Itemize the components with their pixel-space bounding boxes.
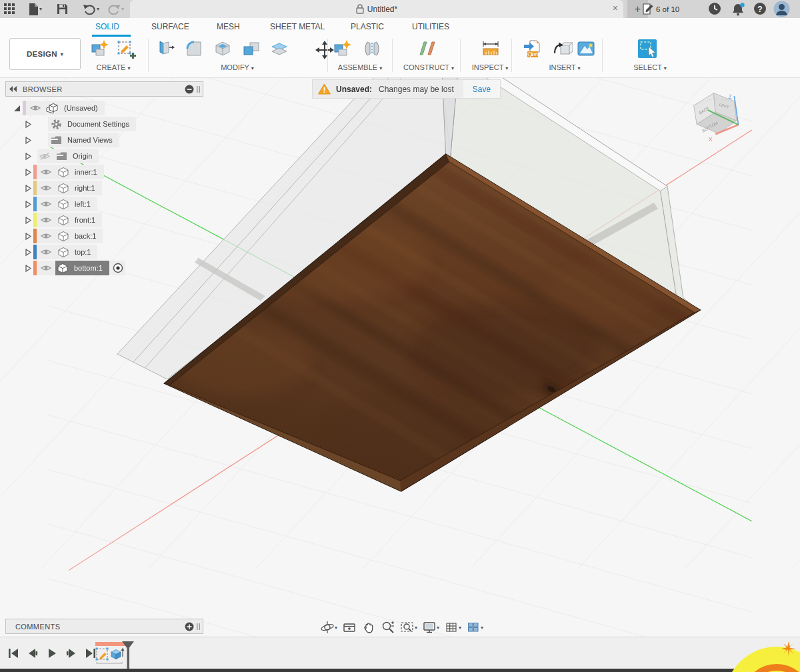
undo-icon[interactable]: ▾	[79, 0, 103, 18]
panel-grip-icon[interactable]	[197, 85, 201, 94]
comments-header[interactable]: COMMENTS	[5, 619, 203, 634]
timeline-extrude-feature[interactable]	[111, 648, 125, 659]
visibility-eye-icon[interactable]	[30, 104, 41, 112]
undo-caret[interactable]: ▾	[97, 6, 99, 12]
shell-icon[interactable]	[213, 39, 233, 59]
visibility-eye-icon[interactable]	[41, 232, 51, 240]
display-settings-tool[interactable]: ▾	[422, 620, 439, 635]
assemble-new-component-icon[interactable]	[332, 39, 352, 59]
panel-grip-icon[interactable]	[197, 622, 201, 631]
tree-row-bottom-selected[interactable]: bottom:1	[5, 260, 203, 276]
viewports-caret[interactable]: ▾	[481, 625, 483, 631]
file-menu-caret[interactable]: ▾	[39, 6, 42, 12]
group-select[interactable]: SELECT ▾	[633, 63, 667, 71]
expand-caret-icon[interactable]	[25, 249, 33, 256]
grid-layout-caret[interactable]: ▾	[459, 625, 461, 631]
new-component-icon[interactable]	[89, 39, 109, 59]
tab-plastic[interactable]: PLASTIC	[351, 18, 384, 35]
tree-row-top[interactable]: top:1	[5, 244, 203, 260]
expand-caret-icon[interactable]	[25, 169, 33, 176]
orbit-tool[interactable]: ▾	[320, 620, 337, 635]
visibility-eye-icon[interactable]	[41, 200, 51, 208]
notifications-bell-icon[interactable]	[731, 2, 745, 19]
expand-caret-icon[interactable]	[25, 265, 33, 272]
fit-tool[interactable]: ▾	[400, 620, 417, 635]
measure-icon[interactable]	[481, 39, 501, 59]
redo-icon[interactable]: ▾	[103, 0, 128, 18]
create-sketch-icon[interactable]	[116, 39, 136, 59]
step-back-icon[interactable]	[26, 647, 39, 660]
tree-row-back[interactable]: back:1	[5, 228, 203, 244]
expand-caret-icon[interactable]	[25, 153, 33, 160]
avatar[interactable]	[773, 1, 790, 20]
visibility-eye-icon[interactable]	[41, 264, 51, 272]
fillet-icon[interactable]	[184, 39, 204, 59]
timeline-track[interactable]	[0, 669, 800, 672]
group-inspect[interactable]: INSPECT ▾	[472, 63, 509, 71]
collapse-panel-icon[interactable]	[9, 86, 17, 92]
visibility-eye-icon[interactable]	[41, 168, 51, 176]
select-icon[interactable]	[637, 39, 657, 59]
visibility-eye-icon[interactable]	[41, 184, 51, 192]
tab-solid[interactable]: SOLID	[95, 18, 119, 35]
zoom-tool[interactable]	[381, 620, 395, 635]
go-to-start-icon[interactable]	[7, 647, 20, 660]
tab-utilities[interactable]: UTILITIES	[412, 18, 449, 35]
workspace-switcher[interactable]: DESIGN ▾	[9, 38, 81, 70]
expand-caret-icon[interactable]	[25, 201, 33, 208]
group-assemble[interactable]: ASSEMBLE ▾	[338, 63, 382, 71]
orbit-caret[interactable]: ▾	[335, 625, 337, 631]
view-cube[interactable]: BACK LEFT BOTTOM Z X	[694, 93, 739, 143]
fit-caret[interactable]: ▾	[415, 625, 417, 631]
group-construct[interactable]: CONSTRUCT ▾	[403, 63, 454, 71]
tree-row-inner[interactable]: inner:1	[5, 164, 203, 180]
insert-svg-icon[interactable]: SVG	[523, 39, 543, 59]
expand-caret-icon[interactable]	[25, 217, 33, 224]
grid-layout-tool[interactable]: ▾	[444, 620, 461, 635]
tree-row-origin[interactable]: Origin	[5, 148, 203, 164]
tree-row-front[interactable]: front:1	[5, 212, 203, 228]
group-modify[interactable]: MODIFY ▾	[221, 63, 254, 71]
pan-tool[interactable]	[361, 620, 376, 635]
document-tab[interactable]: Untitled* ×	[130, 0, 623, 18]
visibility-eye-icon[interactable]	[41, 248, 51, 256]
close-tab-icon[interactable]: ×	[613, 3, 618, 13]
visibility-eye-icon[interactable]	[41, 216, 51, 224]
tab-surface[interactable]: SURFACE	[151, 18, 189, 35]
expand-caret-icon[interactable]	[25, 121, 33, 128]
visibility-off-eye-icon[interactable]	[39, 152, 50, 161]
tree-row-named-views[interactable]: Named Views	[5, 132, 203, 148]
canvas-icon[interactable]	[576, 39, 596, 59]
add-comment-icon[interactable]	[185, 622, 194, 631]
job-status[interactable]: 6 of 10	[642, 0, 679, 18]
step-forward-icon[interactable]	[65, 647, 78, 660]
expand-caret-icon[interactable]	[25, 233, 33, 240]
viewports-tool[interactable]: ▾	[466, 620, 483, 635]
combine-icon[interactable]	[241, 39, 261, 59]
save-icon[interactable]	[53, 0, 72, 18]
play-icon[interactable]	[45, 647, 59, 660]
app-grid-icon[interactable]	[0, 0, 19, 18]
insert-mesh-icon[interactable]	[553, 39, 573, 59]
save-button[interactable]: Save	[463, 80, 500, 98]
press-pull-icon[interactable]	[155, 39, 175, 59]
remove-panel-icon[interactable]	[185, 85, 194, 94]
expand-caret-icon[interactable]	[25, 137, 33, 144]
tree-row-left[interactable]: left:1	[5, 196, 203, 212]
browser-header[interactable]: BROWSER	[5, 81, 203, 97]
timeline-sketch-feature[interactable]	[96, 648, 109, 661]
file-menu-icon[interactable]: ▾	[25, 0, 46, 18]
tree-row-document-settings[interactable]: Document Settings	[5, 116, 203, 132]
joint-icon[interactable]	[362, 39, 382, 59]
look-at-tool[interactable]	[342, 620, 357, 635]
tree-row-right[interactable]: right:1	[5, 180, 203, 196]
expand-caret-icon[interactable]	[25, 185, 33, 192]
tree-row-root[interactable]: (Unsaved)	[5, 100, 203, 116]
help-icon[interactable]: ?	[753, 2, 767, 18]
tab-mesh[interactable]: MESH	[217, 18, 240, 35]
activate-component-radio[interactable]	[111, 261, 125, 275]
redo-caret[interactable]: ▾	[121, 6, 124, 12]
construct-plane-icon[interactable]	[417, 39, 437, 59]
group-insert[interactable]: INSERT ▾	[549, 63, 580, 71]
expand-caret-icon[interactable]	[13, 105, 23, 112]
